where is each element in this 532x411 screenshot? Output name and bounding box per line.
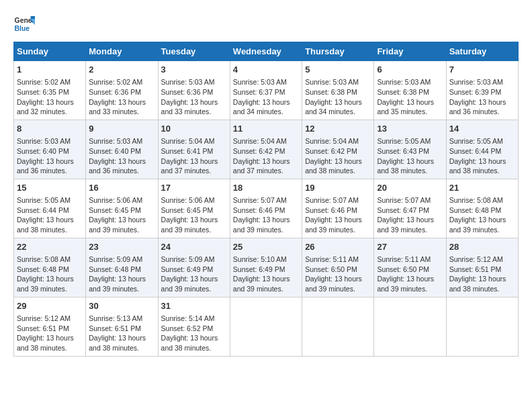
sunset-text: Sunset: 6:39 PM: [449, 88, 502, 96]
day-cell: 22Sunrise: 5:08 AMSunset: 6:48 PMDayligh…: [14, 238, 86, 297]
day-number: 9: [89, 123, 154, 135]
daylight-minutes: and 37 minutes.: [233, 167, 283, 175]
sunrise-text: Sunrise: 5:10 AM: [233, 255, 287, 263]
sunset-text: Sunset: 6:48 PM: [89, 265, 141, 273]
day-number: 25: [233, 241, 299, 253]
sunrise-text: Sunrise: 5:08 AM: [17, 255, 71, 263]
sunset-text: Sunset: 6:38 PM: [377, 88, 429, 96]
page-header: General Blue: [13, 13, 519, 35]
daylight-label: Daylight: 13 hours: [377, 98, 434, 106]
day-cell: 13Sunrise: 5:05 AMSunset: 6:43 PMDayligh…: [374, 120, 446, 179]
sunset-text: Sunset: 6:41 PM: [161, 147, 214, 155]
sunrise-text: Sunrise: 5:04 AM: [305, 137, 359, 145]
sunset-text: Sunset: 6:51 PM: [17, 324, 69, 332]
sunrise-text: Sunrise: 5:11 AM: [305, 255, 359, 263]
sunset-text: Sunset: 6:37 PM: [233, 88, 285, 96]
day-cell: 2Sunrise: 5:02 AMSunset: 6:36 PMDaylight…: [86, 61, 158, 120]
sunrise-text: Sunrise: 5:02 AM: [17, 78, 71, 86]
daylight-label: Daylight: 13 hours: [377, 157, 434, 165]
daylight-minutes: and 38 minutes.: [377, 167, 427, 175]
sunset-text: Sunset: 6:42 PM: [233, 147, 285, 155]
sunrise-text: Sunrise: 5:04 AM: [233, 137, 287, 145]
sunrise-text: Sunrise: 5:06 AM: [89, 196, 142, 204]
day-cell: 14Sunrise: 5:05 AMSunset: 6:44 PMDayligh…: [446, 120, 518, 179]
logo-icon: General Blue: [13, 13, 35, 35]
daylight-label: Daylight: 13 hours: [161, 334, 218, 342]
daylight-minutes: and 39 minutes.: [305, 226, 355, 234]
day-cell: 16Sunrise: 5:06 AMSunset: 6:45 PMDayligh…: [86, 179, 158, 238]
daylight-label: Daylight: 13 hours: [17, 98, 74, 106]
sunrise-text: Sunrise: 5:11 AM: [377, 255, 431, 263]
daylight-label: Daylight: 13 hours: [17, 275, 74, 283]
day-cell: [446, 297, 518, 356]
daylight-minutes: and 32 minutes.: [17, 107, 67, 116]
sunset-text: Sunset: 6:44 PM: [449, 147, 502, 155]
daylight-label: Daylight: 13 hours: [449, 98, 506, 106]
day-number: 8: [17, 123, 83, 135]
daylight-label: Daylight: 13 hours: [377, 275, 434, 283]
day-cell: 6Sunrise: 5:03 AMSunset: 6:38 PMDaylight…: [374, 61, 446, 120]
sunrise-text: Sunrise: 5:05 AM: [449, 137, 503, 145]
daylight-label: Daylight: 13 hours: [305, 275, 362, 283]
daylight-label: Daylight: 13 hours: [305, 98, 362, 106]
daylight-label: Daylight: 13 hours: [449, 157, 506, 165]
daylight-minutes: and 39 minutes.: [89, 226, 139, 234]
week-row-3: 15Sunrise: 5:05 AMSunset: 6:44 PMDayligh…: [14, 179, 519, 238]
day-cell: 29Sunrise: 5:12 AMSunset: 6:51 PMDayligh…: [14, 297, 86, 356]
daylight-label: Daylight: 13 hours: [305, 157, 362, 165]
daylight-label: Daylight: 13 hours: [161, 275, 218, 283]
sunset-text: Sunset: 6:35 PM: [17, 88, 69, 96]
daylight-minutes: and 39 minutes.: [89, 285, 139, 293]
day-cell: [302, 297, 374, 356]
day-cell: 19Sunrise: 5:07 AMSunset: 6:46 PMDayligh…: [302, 179, 374, 238]
day-cell: 18Sunrise: 5:07 AMSunset: 6:46 PMDayligh…: [230, 179, 302, 238]
daylight-label: Daylight: 13 hours: [233, 275, 290, 283]
day-number: 1: [17, 64, 83, 76]
daylight-label: Daylight: 13 hours: [161, 157, 218, 165]
sunset-text: Sunset: 6:46 PM: [305, 206, 357, 214]
day-number: 11: [233, 123, 299, 135]
day-cell: 15Sunrise: 5:05 AMSunset: 6:44 PMDayligh…: [14, 179, 86, 238]
daylight-label: Daylight: 13 hours: [233, 157, 290, 165]
column-header-saturday: Saturday: [446, 42, 518, 61]
daylight-label: Daylight: 13 hours: [17, 334, 74, 342]
daylight-label: Daylight: 13 hours: [377, 216, 434, 224]
sunrise-text: Sunrise: 5:05 AM: [377, 137, 431, 145]
calendar-table: SundayMondayTuesdayWednesdayThursdayFrid…: [13, 42, 519, 357]
week-row-2: 8Sunrise: 5:03 AMSunset: 6:40 PMDaylight…: [14, 120, 519, 179]
day-number: 2: [89, 64, 154, 76]
day-cell: 20Sunrise: 5:07 AMSunset: 6:47 PMDayligh…: [374, 179, 446, 238]
sunrise-text: Sunrise: 5:03 AM: [233, 78, 287, 86]
day-number: 17: [161, 182, 227, 194]
sunrise-text: Sunrise: 5:09 AM: [161, 255, 215, 263]
daylight-minutes: and 39 minutes.: [305, 285, 355, 293]
day-number: 13: [377, 123, 443, 135]
daylight-minutes: and 36 minutes.: [449, 107, 500, 116]
day-cell: 27Sunrise: 5:11 AMSunset: 6:50 PMDayligh…: [374, 238, 446, 297]
daylight-minutes: and 37 minutes.: [161, 167, 212, 175]
day-cell: 21Sunrise: 5:08 AMSunset: 6:48 PMDayligh…: [446, 179, 518, 238]
daylight-minutes: and 39 minutes.: [233, 285, 283, 293]
sunrise-text: Sunrise: 5:09 AM: [89, 255, 142, 263]
sunrise-text: Sunrise: 5:06 AM: [161, 196, 215, 204]
sunrise-text: Sunrise: 5:05 AM: [17, 196, 71, 204]
daylight-minutes: and 39 minutes.: [449, 226, 500, 234]
week-row-1: 1Sunrise: 5:02 AMSunset: 6:35 PMDaylight…: [14, 61, 519, 120]
day-number: 26: [305, 241, 371, 253]
daylight-minutes: and 38 minutes.: [161, 344, 212, 352]
day-cell: 11Sunrise: 5:04 AMSunset: 6:42 PMDayligh…: [230, 120, 302, 179]
day-cell: 26Sunrise: 5:11 AMSunset: 6:50 PMDayligh…: [302, 238, 374, 297]
day-cell: 10Sunrise: 5:04 AMSunset: 6:41 PMDayligh…: [158, 120, 230, 179]
sunset-text: Sunset: 6:40 PM: [89, 147, 141, 155]
sunrise-text: Sunrise: 5:02 AM: [89, 78, 142, 86]
daylight-label: Daylight: 13 hours: [17, 216, 74, 224]
sunrise-text: Sunrise: 5:03 AM: [89, 137, 142, 145]
column-header-thursday: Thursday: [302, 42, 374, 61]
daylight-minutes: and 38 minutes.: [449, 285, 500, 293]
day-number: 18: [233, 182, 299, 194]
day-cell: 24Sunrise: 5:09 AMSunset: 6:49 PMDayligh…: [158, 238, 230, 297]
logo: General Blue: [13, 13, 35, 35]
day-number: 3: [161, 64, 227, 76]
sunset-text: Sunset: 6:50 PM: [377, 265, 429, 273]
sunset-text: Sunset: 6:42 PM: [305, 147, 357, 155]
